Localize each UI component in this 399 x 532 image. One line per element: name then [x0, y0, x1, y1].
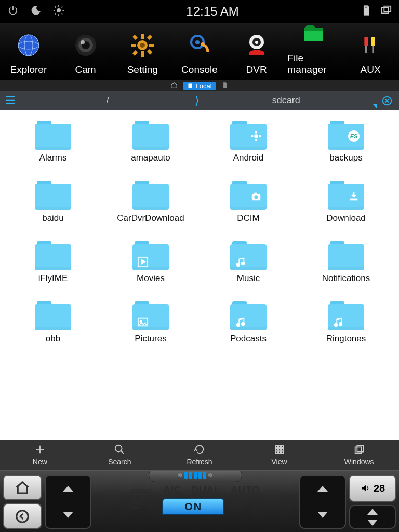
path-dropdown-icon[interactable] [373, 104, 377, 109]
svg-text:ES: ES [350, 133, 358, 139]
folder-download[interactable]: Download [298, 181, 394, 223]
svg-point-63 [242, 323, 245, 326]
path-root[interactable]: / [21, 95, 195, 106]
folder-android[interactable]: Android [201, 121, 296, 163]
folder-baidu[interactable]: baidu [5, 181, 101, 223]
multiwindow-icon[interactable] [380, 5, 392, 19]
svg-rect-39 [371, 37, 375, 46]
path-separator-icon: ⟩ [195, 94, 200, 108]
recirc-icon[interactable]: ⇄ [132, 500, 140, 511]
home-button[interactable] [3, 475, 42, 500]
auto-button[interactable]: AUTO [231, 484, 260, 496]
svg-rect-71 [278, 445, 281, 447]
svg-rect-70 [275, 445, 277, 447]
toolbar-label: New [33, 458, 47, 466]
folder-amapauto[interactable]: amapauto [103, 121, 198, 163]
app-console[interactable]: Console [174, 31, 225, 75]
back-button[interactable] [3, 503, 42, 529]
max-icon[interactable]: MAX [231, 502, 245, 509]
svg-marker-87 [367, 520, 378, 526]
folder-notifications[interactable]: Notifications [298, 241, 394, 284]
folder-label: Movies [137, 273, 165, 284]
svg-rect-46 [255, 131, 257, 134]
folder-cardvrdownload[interactable]: CarDvrDownload [103, 181, 198, 223]
svg-point-0 [57, 8, 60, 12]
folder-icon [328, 301, 364, 330]
folder-icon [132, 301, 169, 330]
folder-backups[interactable]: ESbackups [298, 121, 394, 163]
brightness-icon[interactable] [53, 5, 64, 19]
temp-right-up[interactable] [300, 476, 345, 502]
toolbar-refresh[interactable]: Refresh [159, 444, 240, 466]
svg-marker-57 [141, 259, 145, 264]
app-explorer[interactable]: Explorer [3, 31, 55, 75]
temp-right-down[interactable] [300, 502, 345, 528]
svg-rect-77 [278, 451, 281, 453]
folder-pictures[interactable]: Pictures [103, 301, 198, 344]
folder-podcasts[interactable]: Podcasts [201, 301, 296, 344]
app-cam[interactable]: Cam [60, 31, 112, 75]
folder-ringtones[interactable]: Ringtones [298, 301, 394, 344]
toolbar-search[interactable]: Search [80, 444, 160, 466]
app-aux[interactable]: AUX [344, 31, 396, 75]
folder-label: amapauto [131, 153, 170, 163]
path-current[interactable]: sdcard [200, 95, 374, 106]
toolbar-view[interactable]: View [240, 444, 320, 466]
folder-label: Podcasts [230, 334, 267, 344]
app-label: Cam [75, 64, 96, 75]
temp-left-rocker [45, 475, 91, 529]
home-small-icon[interactable] [170, 82, 178, 90]
dual-button[interactable]: DUAL [191, 484, 220, 496]
svg-line-69 [121, 450, 124, 454]
menu-icon[interactable]: ☰ [5, 94, 21, 108]
folder-icon [35, 301, 71, 330]
folder-alarms[interactable]: Alarms [5, 121, 101, 163]
seat-vent-icon[interactable]: ♨ [147, 499, 156, 512]
sd-small-icon[interactable] [221, 82, 229, 90]
svg-line-6 [62, 13, 63, 14]
folder-label: baidu [42, 213, 64, 223]
svg-rect-9 [365, 6, 366, 8]
folder-movies[interactable]: Movies [103, 241, 198, 284]
app-label: AUX [361, 64, 381, 75]
volume-up[interactable] [350, 506, 395, 517]
svg-marker-83 [63, 512, 73, 518]
app-label: DVR [246, 64, 267, 75]
folder-label: obb [46, 334, 60, 344]
svg-marker-82 [63, 486, 73, 492]
picture-icon [137, 316, 149, 328]
temp-left-down[interactable] [46, 502, 90, 528]
folder-icon [35, 181, 71, 210]
svg-rect-55 [350, 199, 358, 201]
ac-button[interactable]: A/C [163, 484, 181, 496]
gear-icon [128, 31, 157, 60]
svg-rect-23 [141, 51, 144, 57]
toolbar-windows[interactable]: Windows [319, 444, 399, 466]
app-setting[interactable]: Setting [116, 31, 168, 75]
storage-local-tab[interactable]: Local [183, 82, 216, 90]
moon-icon[interactable] [30, 5, 42, 19]
volume-display[interactable]: 28 [349, 475, 396, 502]
app-label: Explorer [10, 64, 47, 75]
app-filemanager[interactable]: File manager [287, 19, 339, 75]
power-icon[interactable] [7, 5, 19, 19]
svg-rect-76 [275, 451, 277, 453]
folder-dcim[interactable]: DCIM [201, 181, 296, 223]
defrost-rear-icon[interactable]: ⌓ [251, 500, 258, 511]
svg-point-36 [255, 41, 258, 44]
toolbar-new[interactable]: New [0, 444, 80, 466]
folder-obb[interactable]: obb [5, 301, 101, 344]
folder-icon [132, 121, 169, 150]
defrost-front-icon[interactable]: ⌓⌓⌓ [131, 484, 153, 496]
power-on-button[interactable]: ON [162, 498, 224, 515]
toolbar-label: Windows [344, 458, 374, 466]
close-tab-button[interactable] [380, 94, 394, 108]
svg-marker-85 [317, 512, 328, 518]
folder-iflyime[interactable]: iFlyIME [5, 241, 101, 284]
app-dvr[interactable]: DVR [231, 31, 283, 75]
fan-speed-indicator[interactable]: ✽ ✽ [149, 470, 242, 482]
volume-down[interactable] [350, 517, 395, 528]
temp-left-up[interactable] [46, 476, 90, 502]
refresh-icon [194, 444, 205, 457]
folder-music[interactable]: Music [201, 241, 296, 284]
